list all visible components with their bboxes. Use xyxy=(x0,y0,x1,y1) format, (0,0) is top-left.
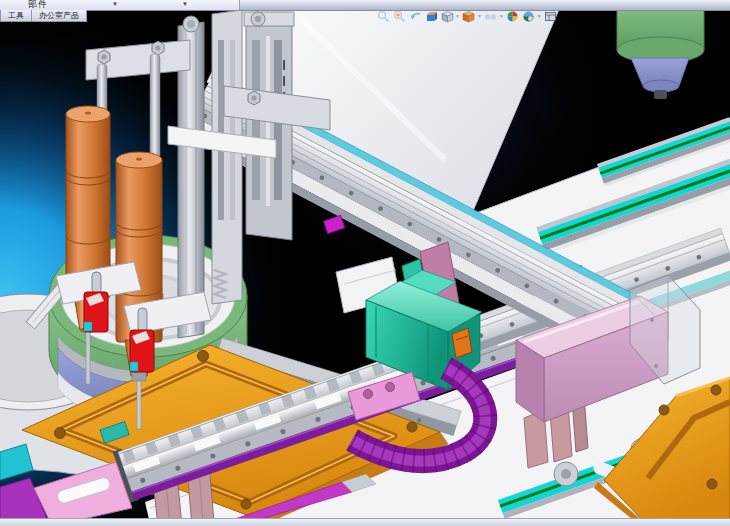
dropdown-caret-icon[interactable]: ▼ xyxy=(455,14,460,19)
view-settings-icon[interactable] xyxy=(544,10,558,24)
commandmanager-tabs: 工具 办公室产品 xyxy=(0,10,87,22)
hide-show-items-icon[interactable] xyxy=(484,10,498,24)
dropdown-caret-icon[interactable]: ▼ xyxy=(477,14,482,19)
tab-office-products[interactable]: 办公室产品 xyxy=(32,10,87,22)
apply-scene-icon[interactable] xyxy=(522,10,536,24)
viewport-3d[interactable] xyxy=(0,0,730,526)
zoom-to-area-icon[interactable] xyxy=(392,10,406,24)
tab-tools[interactable]: 工具 xyxy=(0,10,32,22)
headsup-view-toolbar: ▼ ▼ ▼ ▼ xyxy=(376,9,558,24)
orange-clamp[interactable] xyxy=(452,328,472,358)
dropdown-caret-icon[interactable]: ▼ xyxy=(537,14,542,19)
zoom-to-fit-icon[interactable] xyxy=(376,10,390,24)
dropdown-caret-icon[interactable]: ▼ xyxy=(182,1,188,7)
window-bottom-edge xyxy=(0,518,730,526)
display-style-icon[interactable] xyxy=(462,10,476,24)
edit-appearance-icon[interactable] xyxy=(506,10,520,24)
dropdown-caret-icon[interactable]: ▼ xyxy=(499,14,504,19)
command-manager[interactable]: 部件 ▼ ▼ xyxy=(0,0,240,10)
view-orientation-icon[interactable] xyxy=(440,10,454,24)
dropdown-caret-icon[interactable]: ▼ xyxy=(112,1,118,7)
section-view-icon[interactable] xyxy=(424,10,438,24)
previous-view-icon[interactable] xyxy=(408,10,422,24)
